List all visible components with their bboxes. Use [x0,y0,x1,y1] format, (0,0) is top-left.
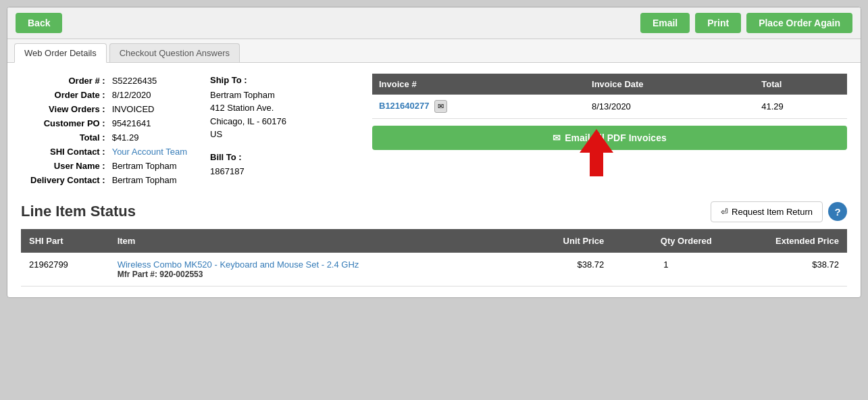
tabs: Web Order Details Checkout Question Answ… [7,39,861,63]
arrow-container: ✉ Email All PDF Invoices [372,126,847,150]
invoice-num-cell: B121640277 ✉ [372,95,585,119]
order-info-section: Order # : S52226435 Order Date : 8/12/20… [21,74,847,188]
shi-part-header: SHI Part [21,229,109,253]
request-item-return-button[interactable]: ⏎ Request Item Return [711,201,823,222]
invoice-table: Invoice # Invoice Date Total B121640277 … [372,74,847,119]
items-table: SHI Part Item Unit Price Qty Ordered Ext… [21,229,847,286]
ship-to-line-3: Chicago, IL - 60176 [210,115,359,128]
email-button[interactable]: Email [640,13,690,33]
return-icon: ⏎ [721,207,728,217]
customer-po-label: Customer PO : [21,116,109,130]
print-button[interactable]: Print [695,13,741,33]
ship-to-label: Ship To : [210,74,359,87]
item-name-link[interactable]: Wireless Combo MK520 - Keyboard and Mous… [118,259,359,270]
line-item-section: Line Item Status ⏎ Request Item Return ?… [21,201,847,286]
help-button[interactable]: ? [828,202,847,221]
line-item-actions: ⏎ Request Item Return ? [711,201,847,222]
top-bar-left: Back [16,13,62,33]
item-cell: Wireless Combo MK520 - Keyboard and Mous… [109,253,521,286]
bill-to-block: Bill To : 1867187 [210,151,359,178]
item-header: Item [109,229,521,253]
extended-price-cell: $38.72 [720,253,847,286]
invoice-total-cell: 41.29 [755,95,847,119]
total-label: Total : [21,130,109,145]
request-return-label: Request Item Return [732,207,813,217]
invoice-num-header: Invoice # [372,74,585,95]
order-date-value: 8/12/2020 [109,88,197,102]
invoice-email-icon[interactable]: ✉ [434,100,447,113]
line-item-header: Line Item Status ⏎ Request Item Return ? [21,201,847,222]
ship-to-line-4: US [210,128,359,141]
envelope-icon: ✉ [553,132,561,143]
delivery-contact-value: Bertram Topham [109,173,197,187]
line-item-title: Line Item Status [21,203,136,220]
ship-to-line-1: Bertram Topham [210,89,359,102]
user-name-label: User Name : [21,159,109,173]
qty-ordered-header: Qty Ordered [612,229,719,253]
delivery-contact-label: Delivery Contact : [21,173,109,187]
tab-web-order-details[interactable]: Web Order Details [14,43,107,63]
back-button[interactable]: Back [16,13,62,33]
item-sub-text: Mfr Part #: 920-002553 [118,270,513,279]
invoice-date-cell: 8/13/2020 [585,95,755,119]
tab-checkout-question-answers[interactable]: Checkout Question Answers [109,43,240,62]
order-number-label: Order # : [21,74,109,88]
unit-price-header: Unit Price [521,229,612,253]
invoice-number-link[interactable]: B121640277 [379,101,429,111]
qty-ordered-cell: 1 [612,253,719,286]
place-order-again-button[interactable]: Place Order Again [746,13,852,33]
total-value: $41.29 [109,130,197,145]
invoice-row: B121640277 ✉ 8/13/2020 41.29 [372,95,847,119]
view-orders-value: INVOICED [109,102,197,116]
invoice-date-header: Invoice Date [585,74,755,95]
bill-to-line-1: 1867187 [210,165,359,178]
extended-price-header: Extended Price [720,229,847,253]
order-details: Order # : S52226435 Order Date : 8/12/20… [21,74,197,188]
bill-to-label: Bill To : [210,151,359,164]
ship-bill-section: Ship To : Bertram Topham 412 Station Ave… [210,74,359,188]
shi-part-cell: 21962799 [21,253,109,286]
ship-to-block: Ship To : Bertram Topham 412 Station Ave… [210,74,359,141]
view-orders-label: View Orders : [21,102,109,116]
invoice-section: Invoice # Invoice Date Total B121640277 … [372,74,847,188]
top-bar-right: Email Print Place Order Again [640,13,852,33]
email-all-label: Email All PDF Invoices [565,132,666,143]
top-bar: Back Email Print Place Order Again [7,7,861,39]
main-content: Order # : S52226435 Order Date : 8/12/20… [7,63,861,297]
table-row: 21962799 Wireless Combo MK520 - Keyboard… [21,253,847,286]
user-name-value: Bertram Topham [109,159,197,173]
shi-contact-label: SHI Contact : [21,145,109,159]
order-date-label: Order Date : [21,88,109,102]
ship-to-line-2: 412 Station Ave. [210,101,359,115]
your-account-team-link[interactable]: Your Account Team [112,147,187,157]
invoice-total-header: Total [755,74,847,95]
order-number-value: S52226435 [109,74,197,88]
unit-price-cell: $38.72 [521,253,612,286]
customer-po-value: 95421641 [109,116,197,130]
email-all-pdf-invoices-button[interactable]: ✉ Email All PDF Invoices [372,126,847,150]
shi-contact-value: Your Account Team [109,145,197,159]
